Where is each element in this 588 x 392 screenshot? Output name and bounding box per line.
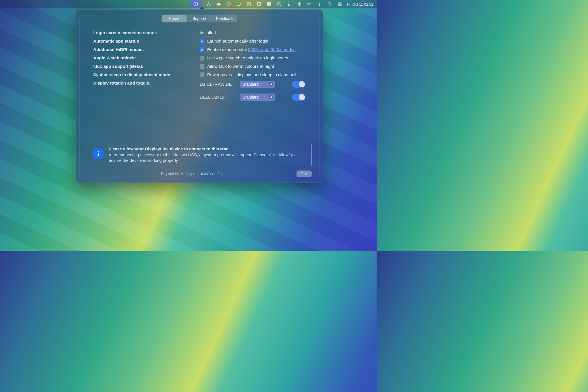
svg-point-2: [208, 2, 209, 4]
svg-rect-16: [311, 4, 311, 4]
info-icon: i: [92, 148, 104, 159]
quit-button[interactable]: Quit: [297, 171, 312, 177]
hidpi-label: Additional HiDPI modes:: [93, 47, 200, 52]
info-body: After connecting accessory to this Mac v…: [109, 152, 306, 164]
chevron-updown-icon: ▲▼: [269, 82, 273, 86]
svg-point-18: [328, 3, 330, 5]
display-name-1: DELL U2419H: [200, 95, 236, 100]
info-panel: i Please allow your DisplayLink device t…: [87, 143, 312, 167]
menubar-app-icon-2[interactable]: [246, 0, 251, 8]
displaylink-popover: Home Support Feedback Login screen exten…: [76, 9, 323, 183]
menubar-clock[interactable]: Fri Oct 11 02:52: [347, 0, 373, 8]
spotlight-search-icon[interactable]: [327, 0, 332, 8]
auto-startup-label: Automatic app startup:: [93, 39, 200, 44]
svg-rect-13: [269, 4, 271, 6]
svg-rect-20: [338, 5, 341, 6]
hidpi-modes-link[interactable]: 3008x and 2560x modes: [248, 47, 296, 52]
bluetooth-icon[interactable]: [297, 0, 302, 8]
moon-icon[interactable]: [287, 0, 292, 8]
display-toggle-0[interactable]: [292, 81, 305, 88]
svg-rect-12: [269, 2, 271, 4]
control-center-icon[interactable]: [337, 0, 342, 8]
login-status-label: Login screen extension status:: [93, 30, 200, 35]
svg-rect-6: [237, 3, 240, 6]
screen-record-icon[interactable]: [236, 0, 241, 8]
auto-startup-text: Launch automatically after login: [207, 39, 268, 44]
window-tile-icon[interactable]: [267, 0, 272, 8]
display-name-0: LG ULTRAWIDE: [200, 82, 236, 87]
hidpi-text: Enable experimental 3008x and 2560x mode…: [207, 47, 295, 52]
flux-checkbox[interactable]: [200, 64, 204, 69]
battery-icon[interactable]: [307, 0, 312, 8]
sleep-checkbox[interactable]: [200, 73, 204, 77]
sleep-text: Power save all displays and sleep in cla…: [207, 72, 296, 77]
display-row-0: LG ULTRAWIDE Standard ▲▼: [200, 81, 305, 88]
watch-unlock-checkbox[interactable]: [200, 56, 204, 60]
display-mode-select-0[interactable]: Standard ▲▼: [240, 81, 275, 88]
menubar-app-icon[interactable]: [206, 0, 211, 8]
play-circle-icon[interactable]: [277, 0, 282, 8]
info-title: Please allow your DisplayLink device to …: [109, 146, 306, 151]
svg-point-3: [207, 4, 208, 6]
tab-support[interactable]: Support: [187, 15, 212, 22]
display-row-1: DELL U2419H Standard ▲▼: [200, 94, 305, 101]
watch-unlock-text: Use Apple Watch to unlock on login scree…: [207, 55, 290, 60]
hidpi-checkbox[interactable]: [200, 47, 204, 52]
svg-point-8: [248, 4, 250, 5]
settings-panel: Login screen extension status: Installed…: [79, 27, 320, 104]
rotation-label: Display rotation and toggle:: [93, 81, 200, 86]
watch-unlock-label: Apple Watch unlock:: [93, 55, 200, 60]
version-label: DisplayLink Manager 1.10.3 (Build 34): [87, 172, 297, 176]
menubar: Fri Oct 11 02:52: [0, 0, 377, 8]
flux-label: f.lux app support (Beta):: [93, 64, 200, 69]
svg-rect-11: [267, 2, 269, 6]
login-status-value: Installed: [200, 30, 305, 35]
tab-home[interactable]: Home: [162, 15, 186, 22]
display-mode-select-1[interactable]: Standard ▲▼: [240, 94, 275, 101]
cloud-icon[interactable]: [216, 0, 221, 8]
wifi-icon[interactable]: [317, 0, 322, 8]
svg-point-4: [209, 4, 211, 6]
svg-point-21: [339, 3, 339, 4]
display-toggle-1[interactable]: [292, 94, 305, 101]
menubar-app-status-icon[interactable]: [226, 0, 231, 8]
svg-point-1: [195, 3, 196, 4]
flux-text: Allow f.lux to warm colours at night: [207, 64, 274, 69]
sleep-label: System sleep in display-closed mode:: [93, 72, 200, 77]
svg-point-22: [340, 5, 341, 5]
auto-startup-checkbox[interactable]: [200, 39, 204, 44]
tab-feedback[interactable]: Feedback: [212, 15, 237, 22]
svg-rect-15: [307, 3, 311, 5]
chevron-updown-icon: ▲▼: [269, 95, 273, 99]
svg-rect-19: [338, 3, 341, 4]
svg-point-17: [319, 5, 320, 6]
mission-control-icon[interactable]: [256, 0, 262, 8]
tab-bar: Home Support Feedback: [162, 15, 237, 22]
